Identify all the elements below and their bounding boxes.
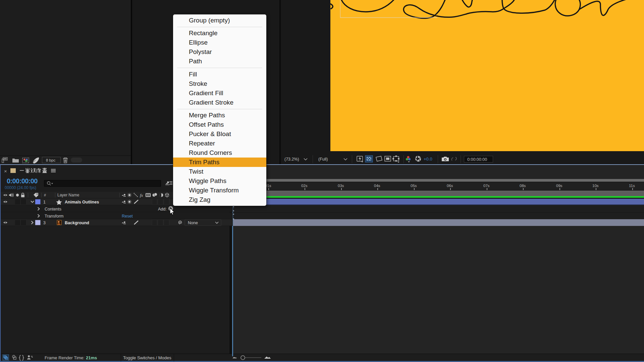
svg-text:(73.2%): (73.2%) — [284, 157, 299, 162]
svg-text:8 bpc: 8 bpc — [46, 158, 55, 162]
svg-text:Frame Render Time:: Frame Render Time: — [45, 355, 85, 360]
svg-text:Layer Name: Layer Name — [57, 193, 79, 197]
svg-text:Toggle Switches / Modes: Toggle Switches / Modes — [123, 355, 171, 360]
svg-text:Background: Background — [65, 221, 89, 225]
svg-text:Transform: Transform — [45, 214, 64, 219]
svg-text:None: None — [188, 221, 198, 225]
svg-text:21ms: 21ms — [86, 355, 97, 360]
svg-text:+0.0: +0.0 — [424, 157, 432, 162]
svg-text:(Full): (Full) — [318, 157, 328, 162]
svg-text:Animals Outlines: Animals Outlines — [65, 200, 99, 204]
svg-text:#: # — [44, 193, 46, 197]
svg-text:fx: fx — [140, 193, 143, 198]
svg-text:Contents: Contents — [45, 207, 61, 212]
svg-text:1: 1 — [43, 200, 46, 204]
svg-text:Reset: Reset — [122, 214, 133, 219]
svg-text:3: 3 — [43, 221, 46, 225]
svg-text:0:00:00:00: 0:00:00:00 — [467, 157, 487, 162]
svg-text:Add:: Add: — [158, 207, 167, 212]
